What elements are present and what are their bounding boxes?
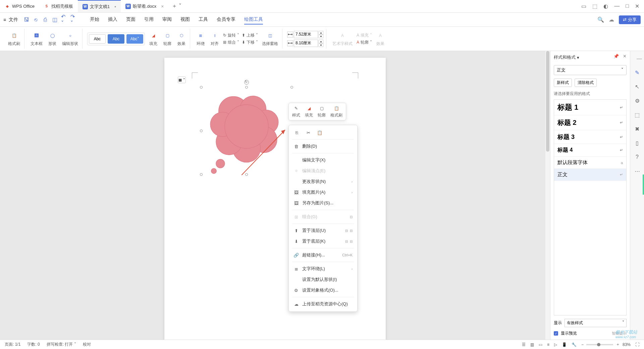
doc-tab-template[interactable]: S 找稻壳模板: [39, 0, 78, 12]
mini-outline-button[interactable]: ▢ 轮廓: [318, 105, 326, 118]
selected-shape[interactable]: [201, 87, 292, 174]
tab-review[interactable]: 审阅: [162, 15, 172, 24]
redo-icon[interactable]: ↷ ˅: [70, 17, 76, 23]
close-panel-icon[interactable]: ✕: [623, 54, 627, 59]
style-preset-3[interactable]: Abc ˅: [126, 34, 143, 44]
settings-icon[interactable]: ⚙: [634, 97, 641, 104]
tools-icon[interactable]: ✖: [634, 126, 641, 132]
cloud-callout-shape[interactable]: [201, 87, 292, 174]
zoom-slider[interactable]: [586, 344, 613, 345]
collapse-rail-icon[interactable]: —: [637, 56, 642, 62]
zoom-slider-thumb[interactable]: [597, 343, 600, 346]
ctx-edit-text[interactable]: 编辑文字(X): [289, 155, 357, 165]
tab-reference[interactable]: 引用: [144, 15, 154, 24]
fit-icon[interactable]: ⛶: [635, 342, 639, 347]
tab-insert[interactable]: 插入: [108, 15, 117, 24]
resize-handle-s[interactable]: [245, 173, 248, 176]
display-filter-select[interactable]: 有效样式˅: [565, 319, 627, 327]
proof-status[interactable]: 校对: [83, 342, 91, 347]
book-icon[interactable]: ▯: [634, 140, 641, 146]
page-options-button[interactable]: ▦ ˅: [178, 77, 186, 83]
page-indicator[interactable]: 页面: 1/1: [5, 342, 20, 347]
copy-icon[interactable]: ⎘: [293, 129, 300, 136]
tab-drawing[interactable]: 绘图工具: [244, 15, 263, 24]
ctx-bring-front[interactable]: ⬆置于顶层(U)⊟ ⊟: [289, 225, 357, 236]
app-tab-wps[interactable]: ◆ WPS Office: [0, 0, 39, 12]
file-menu[interactable]: 文件: [9, 17, 18, 23]
ctx-save-picture[interactable]: 🖼另存为图片(S)...: [289, 198, 357, 208]
resize-handle-sw[interactable]: [200, 173, 203, 176]
spellcheck-status[interactable]: 拼写检查: 打开 ˅: [47, 342, 76, 347]
user-avatar-icon[interactable]: ◐: [603, 3, 608, 9]
width-input[interactable]: [294, 31, 318, 38]
outline-button[interactable]: ▢ 轮廓: [162, 31, 173, 47]
ctx-fill-picture[interactable]: 🖼填充图片(A)›: [289, 187, 357, 198]
link-icon[interactable]: ⎋: [33, 17, 39, 23]
scrollbar-thumb[interactable]: [546, 51, 549, 152]
vertical-scrollbar[interactable]: [545, 51, 550, 340]
search-icon[interactable]: 🔍: [597, 16, 604, 23]
down-arrow-icon[interactable]: ▼: [319, 35, 323, 38]
cursor-icon[interactable]: ↖: [634, 83, 641, 90]
move-up-button[interactable]: ⬆上移 ˅: [242, 33, 258, 38]
notebook-icon[interactable]: ▭: [581, 3, 586, 9]
cloud-icon[interactable]: ☁: [609, 16, 614, 23]
width-spinner[interactable]: ⟷ ▲▼: [287, 31, 323, 38]
style-heading1[interactable]: 标题 1↵: [554, 100, 626, 115]
phone-icon[interactable]: 📱: [562, 342, 567, 347]
ctx-delete[interactable]: 🗑删除(D): [289, 141, 357, 152]
wrap-button[interactable]: ≣ 环绕: [195, 31, 206, 47]
up-arrow-icon[interactable]: ▲: [319, 40, 323, 43]
tool-icon[interactable]: 🔧: [572, 342, 577, 347]
help-icon[interactable]: ?: [634, 154, 641, 160]
ctx-text-wrap[interactable]: ≣文字环绕(L)›: [289, 263, 357, 274]
ctx-set-default[interactable]: 设置为默认形状(I): [289, 274, 357, 285]
selection-pane-button[interactable]: ◫ 选择窗格: [261, 31, 279, 47]
doc-tab-active[interactable]: W 文字文稿1 •: [78, 0, 121, 12]
text-outline-button[interactable]: A轮廓 ˅: [357, 40, 372, 45]
doc-tab-2[interactable]: W 盼望着.docx ×: [121, 0, 168, 12]
preview-icon[interactable]: ◫: [52, 17, 58, 23]
edit-shape-button[interactable]: ⟐ 编辑形状: [61, 31, 79, 47]
pin-icon[interactable]: 📌: [613, 54, 619, 59]
style-body[interactable]: 正文↵: [554, 169, 626, 181]
rotate-button[interactable]: ↻旋转 ˅: [223, 33, 239, 38]
zoom-in-icon[interactable]: ＋: [616, 342, 620, 347]
zoom-out-icon[interactable]: −: [581, 342, 584, 347]
minimize-icon[interactable]: —: [614, 3, 620, 9]
play-icon[interactable]: ▷: [554, 342, 557, 347]
resize-handle-ne[interactable]: [290, 86, 293, 89]
close-icon[interactable]: ×: [161, 4, 164, 9]
height-spinner[interactable]: ⟷ ▲▼: [287, 40, 323, 47]
checkbox-checked-icon[interactable]: ✓: [554, 331, 558, 336]
text-box-button[interactable]: 🅰 文本框: [29, 31, 44, 47]
current-style-select[interactable]: 正文 ˅: [554, 65, 627, 75]
ctx-format-object[interactable]: ⚙设置对象格式(O)...: [289, 285, 357, 296]
zoom-value[interactable]: 83%: [623, 342, 631, 347]
tab-member[interactable]: 会员专享: [217, 15, 235, 24]
style-heading2[interactable]: 标题 2↵: [554, 115, 626, 130]
style-preset-2[interactable]: Abc: [108, 34, 124, 44]
resize-handle-w[interactable]: [200, 130, 203, 132]
up-arrow-icon[interactable]: ▲: [319, 31, 323, 35]
maximize-icon[interactable]: □: [626, 3, 629, 9]
ctx-hyperlink[interactable]: 🔗超链接(H)...Ctrl+K: [289, 250, 357, 260]
view-mode-2-icon[interactable]: ▥: [530, 342, 534, 347]
style-preset-1[interactable]: Abc: [89, 34, 106, 44]
style-heading3[interactable]: 标题 3↵: [554, 130, 626, 144]
ctx-change-shape[interactable]: 更改形状(N)›: [289, 176, 357, 187]
height-input[interactable]: [294, 40, 318, 47]
view-mode-1-icon[interactable]: ☰: [522, 342, 526, 347]
view-mode-4-icon[interactable]: ≡: [547, 342, 549, 347]
undo-icon[interactable]: ↶ ˅: [61, 17, 67, 23]
shape-style-gallery[interactable]: Abc Abc Abc ˅: [87, 33, 145, 45]
tab-tools[interactable]: 工具: [199, 15, 208, 24]
word-count[interactable]: 字数: 0: [27, 342, 40, 347]
document-canvas[interactable]: ▦ ˅: [0, 51, 550, 340]
rotate-handle[interactable]: [244, 80, 249, 85]
group-button[interactable]: ⊞组合 ˅: [223, 40, 239, 45]
shape-button[interactable]: ◯ 形状: [47, 31, 58, 47]
fill-button[interactable]: ◢ 填充: [148, 31, 159, 47]
format-painter-button[interactable]: 📋 格式刷: [7, 31, 21, 47]
move-down-button[interactable]: ⬇下移 ˅: [242, 40, 258, 45]
